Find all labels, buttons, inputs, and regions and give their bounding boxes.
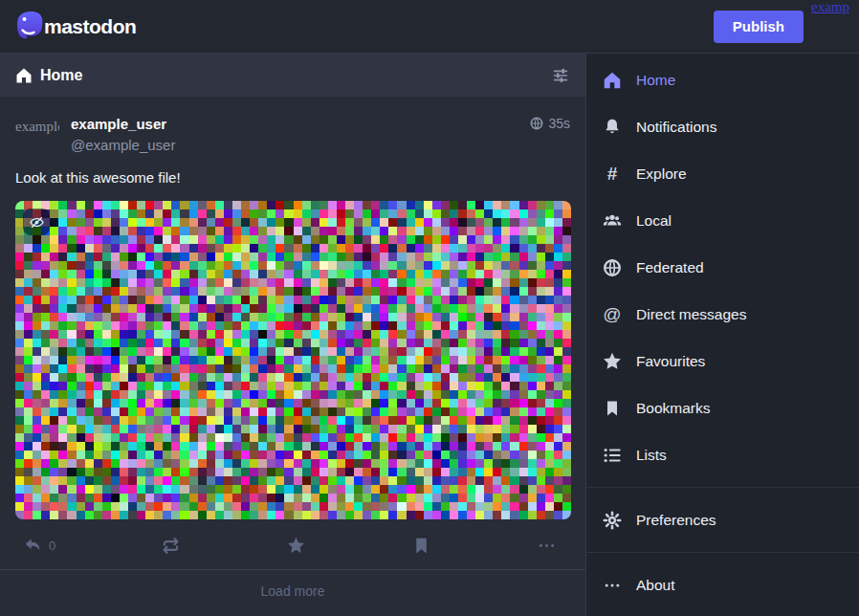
- noise-image[interactable]: [15, 201, 571, 519]
- timestamp: 35s: [548, 116, 570, 131]
- star-icon: [601, 350, 624, 373]
- nav-item-home[interactable]: Home: [586, 56, 859, 103]
- reply-count: 0: [49, 539, 55, 553]
- column-header[interactable]: Home: [0, 54, 585, 97]
- nav-item-about[interactable]: About: [586, 561, 859, 608]
- boost-icon: [161, 536, 181, 556]
- nav-divider: [586, 487, 859, 488]
- author-info: example_user @example_user: [71, 112, 529, 156]
- app-header: mastodon Publish examp: [0, 0, 859, 54]
- status-header[interactable]: example example_user @example_user 35s: [15, 112, 570, 156]
- gear-icon: [601, 509, 624, 532]
- avatar[interactable]: example: [15, 112, 59, 156]
- logo-wordmark: mastodon: [44, 15, 136, 38]
- nav-label: Bookmarks: [636, 400, 711, 417]
- media-attachment[interactable]: [15, 201, 570, 519]
- nav-item-notifications[interactable]: Notifications: [586, 103, 859, 150]
- bookmark-icon: [601, 397, 624, 420]
- nav-item-preferences[interactable]: Preferences: [586, 496, 859, 543]
- load-more-button[interactable]: Load more: [0, 569, 585, 612]
- nav-item-federated[interactable]: Federated: [586, 244, 859, 291]
- account-handle: @example_user: [71, 137, 529, 153]
- globe-icon: [601, 256, 624, 279]
- favourite-button[interactable]: [282, 532, 310, 560]
- publish-button[interactable]: Publish: [714, 11, 804, 43]
- eye-slash-icon: [29, 214, 45, 231]
- nav-item-lists[interactable]: Lists: [586, 431, 859, 478]
- action-bar: 0: [15, 529, 570, 560]
- home-icon: [14, 66, 33, 85]
- nav-item-favourites[interactable]: Favourites: [586, 338, 859, 385]
- sliders-icon[interactable]: [550, 65, 571, 86]
- ellipsis-icon: [601, 574, 624, 597]
- nav-label: Federated: [636, 259, 704, 276]
- star-icon: [286, 536, 306, 556]
- nav-label: Local: [636, 212, 672, 230]
- nav-item-explore[interactable]: # Explore: [586, 150, 859, 197]
- nav-label: Lists: [636, 447, 667, 464]
- hashtag-icon: #: [601, 163, 624, 186]
- reply-button[interactable]: 0: [19, 532, 59, 560]
- bookmark-button[interactable]: [407, 532, 435, 560]
- reply-icon: [23, 536, 43, 556]
- boost-button[interactable]: [157, 532, 185, 560]
- status-meta[interactable]: 35s: [529, 116, 570, 156]
- header-right: Publish examp: [714, 11, 849, 43]
- list-icon: [601, 444, 624, 467]
- home-icon: [601, 69, 624, 92]
- navigation-panel: Home Notifications # Explore: [586, 54, 859, 616]
- more-button[interactable]: [533, 532, 561, 560]
- users-icon: [601, 209, 624, 232]
- profile-link[interactable]: examp: [811, 0, 849, 15]
- nav-label: Preferences: [636, 512, 716, 529]
- nav-label: Favourites: [636, 353, 705, 370]
- nav-label: Notifications: [636, 119, 716, 136]
- column-title: Home: [40, 67, 550, 84]
- nav-label: Explore: [636, 165, 687, 183]
- nav-divider: [586, 552, 859, 553]
- display-name: example_user: [71, 116, 529, 132]
- at-icon: @: [601, 303, 624, 326]
- nav-label: Direct messages: [636, 306, 746, 323]
- ellipsis-icon: [537, 536, 557, 556]
- nav-item-local[interactable]: Local: [586, 197, 859, 244]
- nav-label: Home: [636, 72, 675, 89]
- globe-icon: [529, 116, 544, 131]
- hide-media-button[interactable]: [23, 209, 50, 235]
- mastodon-elephant-icon: [13, 10, 48, 44]
- status-post: example example_user @example_user 35s L…: [0, 97, 585, 569]
- mastodon-logo[interactable]: mastodon: [13, 10, 136, 44]
- bookmark-icon: [411, 536, 431, 556]
- nav-item-direct-messages[interactable]: @ Direct messages: [586, 291, 859, 338]
- bell-icon: [601, 116, 624, 139]
- nav-item-bookmarks[interactable]: Bookmarks: [586, 385, 859, 431]
- nav-label: About: [636, 577, 675, 594]
- home-column: Home example example_user @example_user: [0, 54, 586, 616]
- status-text: Look at this awesome file!: [15, 169, 570, 186]
- main-layout: Home example example_user @example_user: [0, 54, 859, 616]
